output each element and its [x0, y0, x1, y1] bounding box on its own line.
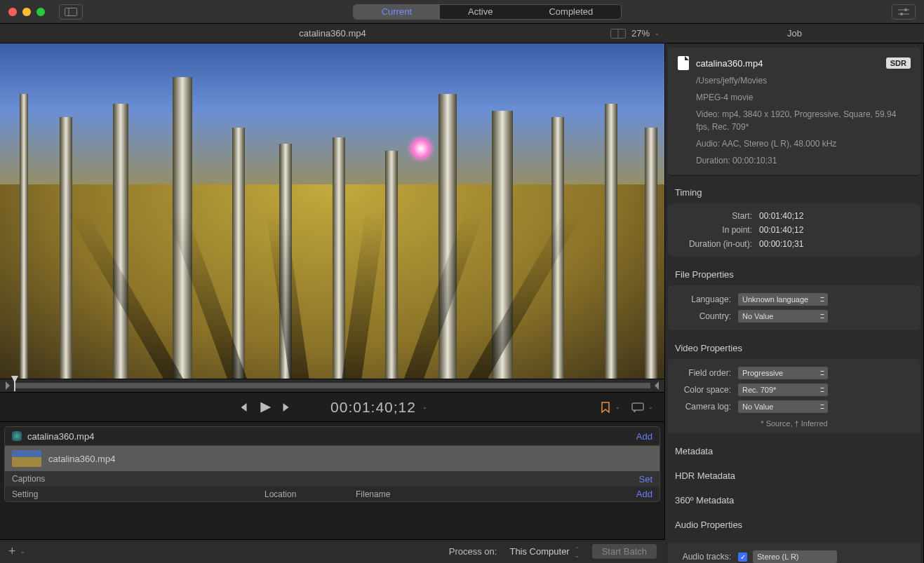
fileprops-section: Language:Unknown language Country:No Val… — [668, 285, 920, 330]
duration-value: 00:00:10;31 — [759, 239, 803, 249]
360-metadata-section-header[interactable]: 360º Metadata — [665, 488, 923, 513]
compare-view-icon[interactable] — [610, 29, 626, 39]
file-video-info: Video: mp4, 3840 x 1920, Progressive, Sq… — [696, 108, 911, 133]
country-label: Country: — [675, 311, 738, 321]
captions-label: Captions — [12, 474, 45, 484]
colorspace-label: Color space: — [675, 385, 738, 395]
source-row[interactable]: catalina360.mp4 — [4, 446, 660, 471]
chevron-down-icon: ⌄ — [615, 404, 620, 410]
fileprops-title: File Properties — [665, 262, 923, 280]
hdr-metadata-section-header[interactable]: HDR Metadata — [665, 463, 923, 488]
video-preview[interactable] — [0, 43, 664, 379]
fieldorder-select[interactable]: Progressive — [738, 367, 828, 379]
tab-current[interactable]: Current — [354, 5, 440, 19]
duration-label: Duration (in-out): — [675, 239, 759, 249]
source-thumbnail — [12, 450, 41, 467]
file-info-section: catalina360.mp4 SDR /Users/jeffy/Movies … — [668, 48, 920, 176]
bookmark-icon — [600, 402, 611, 413]
file-path: /Users/jeffy/Movies — [696, 74, 911, 87]
fieldorder-label: Field order: — [675, 368, 738, 378]
chevron-down-icon: ⌄ — [422, 404, 428, 410]
cameralog-label: Camera log: — [675, 402, 738, 412]
next-frame-button[interactable] — [281, 402, 293, 413]
subheader: catalina360.mp4 27%⌄ Job — [0, 24, 924, 43]
sidebar-toggle-button[interactable] — [59, 4, 83, 20]
add-setting-link[interactable]: Add — [636, 489, 652, 499]
source-filename: catalina360.mp4 — [48, 454, 115, 464]
colorspace-select[interactable]: Rec. 709* — [738, 384, 828, 396]
timing-section: Start:00:01:40;12 In point:00:01:40;12 D… — [668, 203, 920, 257]
inpoint-label: In point: — [675, 225, 759, 235]
minimize-window-icon[interactable] — [22, 8, 31, 16]
bottom-bar: + ⌄ Process on: This Computer ⌃⌄ Start B… — [0, 539, 665, 563]
in-point-icon[interactable] — [6, 381, 10, 390]
marker-button[interactable]: ⌄ — [600, 402, 620, 413]
inspector-panel: catalina360.mp4 SDR /Users/jeffy/Movies … — [665, 43, 924, 563]
prev-frame-button[interactable] — [236, 402, 248, 413]
file-duration: Duration: 00:00:10;31 — [696, 154, 911, 167]
add-menu-button[interactable]: + ⌄ — [8, 544, 25, 559]
svg-point-5 — [900, 13, 903, 15]
sidebar-icon — [65, 8, 77, 16]
audioprops-section: Audio tracks: Stereo (L R) — [668, 543, 920, 563]
traffic-lights — [8, 8, 45, 16]
col-filename: Filename — [356, 489, 447, 499]
close-window-icon[interactable] — [8, 8, 17, 16]
add-output-link[interactable]: Add — [636, 431, 652, 442]
col-location: Location — [265, 489, 356, 499]
play-button[interactable] — [257, 400, 272, 414]
playhead[interactable] — [14, 380, 15, 391]
chevron-down-icon: ⌄ — [20, 548, 25, 555]
inpoint-value: 00:01:40;12 — [759, 225, 803, 235]
timeline[interactable] — [0, 379, 664, 393]
file-title: catalina360.mp4 — [696, 58, 763, 69]
set-captions-link[interactable]: Set — [638, 474, 652, 484]
out-point-icon[interactable] — [655, 381, 659, 390]
audiotracks-label: Audio tracks: — [675, 552, 738, 562]
country-select[interactable]: No Value — [738, 310, 828, 323]
plus-icon: + — [8, 544, 16, 559]
file-kind: MPEG-4 movie — [696, 91, 911, 104]
cameralog-select[interactable]: No Value — [738, 400, 828, 413]
zoom-select[interactable]: 27%⌄ — [631, 28, 659, 39]
transport-bar: 00:01:40;12⌄ ⌄ ⌄ — [0, 393, 664, 422]
audiotrack-select[interactable]: Stereo (L R) — [753, 550, 837, 563]
sliders-icon — [898, 8, 909, 16]
process-on-label: Process on: — [449, 546, 497, 557]
process-on-select[interactable]: This Computer ⌃⌄ — [504, 545, 582, 558]
audio-section-header[interactable]: Audio Properties — [665, 513, 923, 537]
job-name: catalina360.mp4 — [27, 431, 94, 442]
job-header[interactable]: catalina360.mp4 Add — [4, 426, 660, 446]
col-setting: Setting — [12, 489, 265, 499]
svg-rect-0 — [65, 8, 77, 15]
videoprops-section: Field order:Progressive Color space:Rec.… — [668, 359, 920, 433]
document-icon — [678, 56, 689, 70]
comment-button[interactable]: ⌄ — [631, 402, 653, 412]
videoprops-title: Video Properties — [665, 336, 923, 353]
inspector-toggle-button[interactable] — [892, 4, 916, 20]
sdr-badge: SDR — [886, 57, 911, 69]
preview-filename: catalina360.mp4 — [299, 28, 366, 39]
svg-point-3 — [904, 8, 907, 11]
language-label: Language: — [675, 294, 738, 304]
timing-title: Timing — [665, 180, 923, 198]
svg-rect-8 — [632, 403, 643, 410]
file-audio-info: Audio: AAC, Stereo (L R), 48.000 kHz — [696, 137, 911, 150]
metadata-section-header[interactable]: Metadata — [665, 439, 923, 463]
speech-bubble-icon — [631, 402, 644, 412]
tab-active[interactable]: Active — [440, 5, 521, 19]
start-batch-button[interactable]: Start Batch — [592, 544, 657, 559]
start-label: Start: — [675, 211, 759, 221]
tab-completed[interactable]: Completed — [521, 5, 621, 19]
timecode-display[interactable]: 00:01:40;12⌄ — [330, 399, 428, 416]
captions-row[interactable]: Captions Set — [4, 471, 660, 487]
language-select[interactable]: Unknown language — [738, 293, 828, 306]
fullscreen-window-icon[interactable] — [36, 8, 45, 16]
compressor-icon — [12, 431, 22, 441]
chevron-down-icon: ⌄ — [648, 404, 653, 410]
output-header-row: Setting Location Filename Add — [4, 487, 660, 502]
chevron-down-icon: ⌄ — [655, 30, 659, 36]
inspector-title: Job — [665, 28, 924, 39]
timeline-track[interactable] — [14, 383, 650, 388]
audiotrack-checkbox[interactable] — [738, 552, 747, 562]
